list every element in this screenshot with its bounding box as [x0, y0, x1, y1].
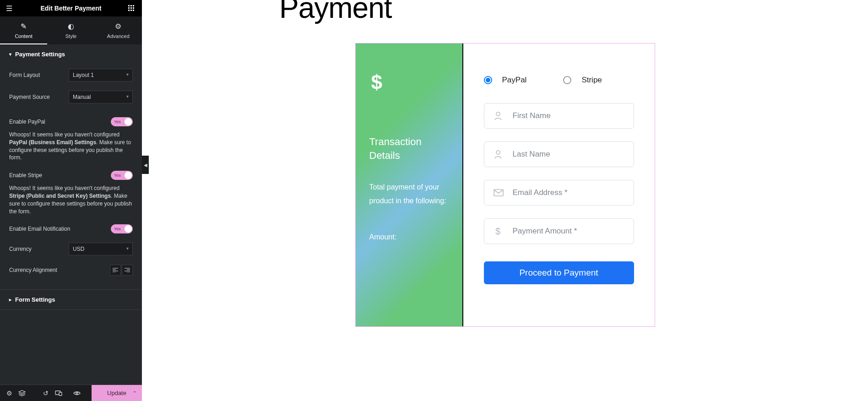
align-buttons: [110, 265, 133, 276]
email-field[interactable]: Email Address *: [484, 180, 634, 206]
user-icon: [494, 150, 503, 159]
payment-method-radios: PayPal Stripe: [484, 76, 634, 85]
chevron-up-icon: ⌃: [133, 390, 136, 396]
divider: [0, 309, 142, 310]
label-payment-source: Payment Source: [9, 94, 69, 100]
section-label: Payment Settings: [15, 51, 65, 58]
panel-tabs: ✎ Content ◐ Style ⚙ Advanced: [0, 16, 142, 44]
label-currency-align: Currency Alignment: [9, 267, 110, 273]
gear-icon: ⚙: [95, 22, 142, 31]
responsive-icon[interactable]: [55, 390, 73, 396]
dollar-icon: $: [494, 226, 503, 237]
toggle-enable-email[interactable]: Yes: [111, 224, 133, 233]
history-icon[interactable]: ↺: [37, 390, 55, 397]
panel-content: Payment Settings Form Layout Layout 1 Pa…: [0, 44, 142, 385]
control-form-layout: Form Layout Layout 1: [0, 64, 142, 86]
svg-rect-2: [133, 5, 134, 6]
svg-point-21: [496, 151, 500, 154]
pencil-icon: ✎: [0, 22, 47, 31]
widget-title: Edit Better Payment: [14, 5, 128, 12]
select-currency[interactable]: USD: [69, 243, 133, 255]
section-payment-settings[interactable]: Payment Settings: [0, 44, 142, 64]
sidebar-header: ☰ Edit Better Payment: [0, 0, 142, 16]
preview-icon[interactable]: [73, 391, 92, 396]
amount-field[interactable]: $ Payment Amount *: [484, 218, 634, 244]
svg-rect-1: [130, 5, 132, 6]
apps-grid-icon[interactable]: [128, 5, 137, 11]
hamburger-icon[interactable]: ☰: [5, 4, 14, 13]
first-name-field[interactable]: First Name: [484, 103, 634, 129]
svg-rect-18: [59, 392, 62, 396]
payment-widget[interactable]: $ Transaction Details Total payment of y…: [355, 43, 655, 327]
select-payment-source[interactable]: Manual: [69, 91, 133, 103]
svg-rect-3: [128, 7, 130, 9]
payment-form: PayPal Stripe First Name Last Name: [463, 43, 655, 326]
settings-icon[interactable]: ⚙: [0, 390, 18, 397]
warning-paypal: Whoops! It seems like you haven't config…: [0, 131, 142, 166]
control-enable-email: Enable Email Notification Yes: [0, 220, 142, 238]
toggle-enable-paypal[interactable]: Yes: [111, 117, 133, 126]
warning-stripe: Whoops! It seems like you haven't config…: [0, 184, 142, 220]
page-title: Payment: [279, 0, 850, 25]
user-icon: [494, 111, 503, 120]
editor-sidebar: ☰ Edit Better Payment ✎ Content ◐ Style …: [0, 0, 142, 401]
dollar-icon: $: [371, 71, 449, 94]
toggle-enable-stripe[interactable]: Yes: [111, 171, 133, 180]
contrast-icon: ◐: [47, 22, 94, 31]
toggle-knob: [125, 118, 132, 125]
sidebar-footer: ⚙ ↺ Update ⌃: [0, 385, 142, 401]
label-currency: Currency: [9, 246, 69, 252]
amount-label: Amount:: [369, 233, 449, 241]
label-form-layout: Form Layout: [9, 72, 69, 78]
tab-style[interactable]: ◐ Style: [47, 16, 94, 44]
svg-rect-8: [133, 10, 134, 11]
proceed-button[interactable]: Proceed to Payment: [484, 261, 634, 284]
svg-rect-7: [130, 10, 132, 11]
control-currency-align: Currency Alignment: [0, 260, 142, 280]
svg-rect-5: [133, 7, 134, 9]
editor-canvas: Payment $ Transaction Details Total paym…: [142, 0, 868, 401]
control-payment-source: Payment Source Manual: [0, 86, 142, 108]
radio-icon: [484, 76, 492, 84]
control-currency: Currency USD: [0, 238, 142, 260]
svg-rect-22: [494, 190, 503, 196]
last-name-field[interactable]: Last Name: [484, 141, 634, 167]
select-form-layout[interactable]: Layout 1: [69, 69, 133, 81]
transaction-description: Total payment of your product in the fol…: [369, 180, 449, 207]
tab-content[interactable]: ✎ Content: [0, 16, 47, 44]
align-right-button[interactable]: [122, 265, 133, 276]
tab-advanced[interactable]: ⚙ Advanced: [95, 16, 142, 44]
tab-content-label: Content: [15, 33, 33, 39]
navigator-icon[interactable]: [18, 390, 37, 396]
mail-icon: [494, 189, 503, 196]
update-button[interactable]: Update ⌃: [92, 385, 142, 401]
svg-point-19: [76, 392, 78, 394]
svg-point-20: [496, 112, 500, 116]
transaction-panel: $ Transaction Details Total payment of y…: [356, 43, 463, 326]
radio-icon: [563, 76, 571, 84]
label-enable-email: Enable Email Notification: [9, 226, 111, 232]
tab-advanced-label: Advanced: [107, 33, 130, 39]
toggle-knob: [125, 225, 132, 233]
svg-rect-6: [128, 10, 130, 11]
radio-paypal[interactable]: PayPal: [484, 76, 527, 85]
svg-rect-4: [130, 7, 132, 9]
control-enable-stripe: Enable Stripe Yes: [0, 166, 142, 184]
section-form-settings[interactable]: Form Settings: [0, 290, 142, 309]
label-enable-paypal: Enable PayPal: [9, 119, 111, 125]
radio-stripe[interactable]: Stripe: [563, 76, 602, 85]
label-enable-stripe: Enable Stripe: [9, 172, 111, 179]
svg-rect-0: [128, 5, 130, 6]
tab-style-label: Style: [65, 33, 76, 39]
transaction-title: Transaction Details: [369, 135, 449, 162]
align-left-button[interactable]: [110, 265, 121, 276]
control-enable-paypal: Enable PayPal Yes: [0, 113, 142, 131]
section-label: Form Settings: [15, 296, 55, 303]
toggle-knob: [125, 172, 132, 179]
